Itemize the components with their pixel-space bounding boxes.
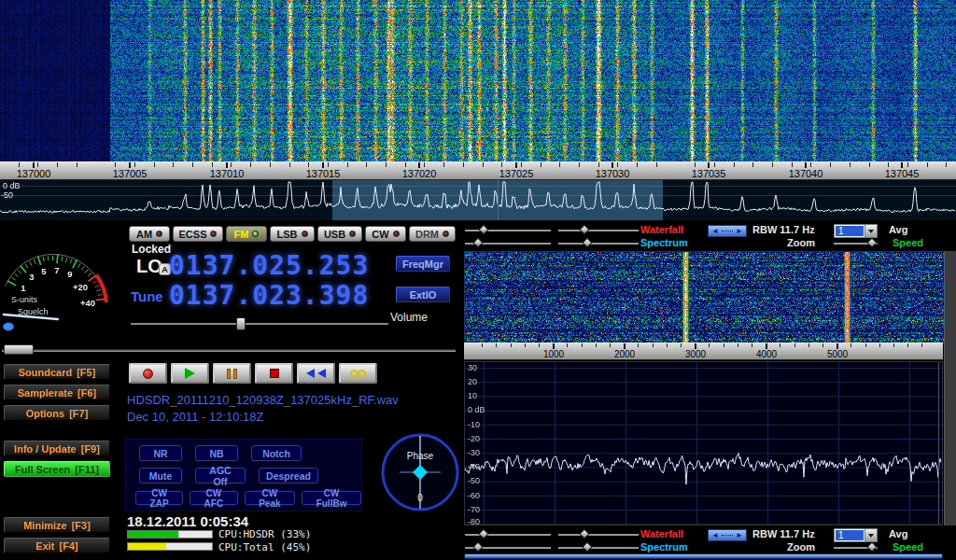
right-panel: Waterfall ◄► RBW 11.7 Hz 1 Avg Spectrum … — [462, 220, 956, 560]
db-label: 30 — [468, 363, 477, 372]
waterfall-label-2[interactable]: Waterfall — [640, 528, 683, 539]
wf-brightness-slider-2[interactable] — [465, 534, 551, 536]
avg-select-2[interactable]: 1 — [834, 528, 878, 542]
main-frequency-scale[interactable]: 137000 137005 137010 137015 137020 13702… — [0, 161, 956, 180]
wf-contrast-slider-2[interactable] — [558, 534, 639, 536]
info-update-button[interactable]: Info / Update[F9] — [4, 441, 110, 456]
spec-range-slider[interactable] — [465, 243, 551, 245]
samplerate-button[interactable]: Samplerate[F6] — [4, 385, 110, 400]
arrow-right-icon[interactable]: ► — [736, 530, 743, 540]
freq-label: 137010 — [204, 168, 250, 179]
avg-select[interactable]: 1 — [834, 224, 878, 238]
agc-button[interactable]: AGC Off — [195, 468, 246, 483]
s-meter: 1 3 5 7 9 +20 +40 S-units Squelch — [0, 222, 117, 342]
exit-button[interactable]: Exit[F4] — [4, 538, 110, 553]
mode-cw[interactable]: CW — [365, 226, 406, 242]
nr-button[interactable]: NR — [139, 445, 182, 461]
zoom-slider[interactable] — [834, 243, 878, 245]
spec-offset-slider-2[interactable] — [558, 547, 639, 549]
squelch-knob[interactable] — [3, 323, 14, 331]
volume-handle[interactable] — [236, 317, 246, 330]
arrow-left-icon[interactable]: ◄ — [711, 530, 719, 540]
extio-button[interactable]: ExtIO — [396, 287, 450, 302]
cw-peak-button[interactable]: CW Peak — [245, 491, 296, 505]
shift-arrows[interactable]: ◄► — [708, 225, 747, 237]
mode-drm[interactable]: DRM — [409, 226, 456, 242]
arrow-right-icon[interactable]: ► — [736, 226, 743, 236]
slider-handle[interactable] — [472, 237, 483, 247]
slider-handle[interactable] — [579, 528, 589, 539]
pan-scrollbar[interactable] — [464, 553, 943, 559]
spec-range-slider-2[interactable] — [465, 547, 551, 549]
loop-button[interactable] — [339, 363, 377, 384]
spec-offset-slider[interactable] — [558, 243, 639, 245]
lo-frequency-display[interactable]: 0137.025.253 — [169, 252, 369, 280]
freq-label: 4000 — [746, 349, 787, 359]
slider-handle[interactable] — [582, 541, 592, 552]
cpu-hdsdr-bar — [127, 530, 213, 539]
mode-lsb[interactable]: LSB — [270, 226, 315, 242]
meter-tick-label: 5 — [41, 266, 47, 276]
cw-afc-button[interactable]: CW AFC — [190, 491, 237, 505]
notch-button[interactable]: Notch — [251, 445, 302, 461]
play-button[interactable] — [171, 363, 209, 384]
pause-button[interactable] — [213, 363, 251, 384]
mode-fm[interactable]: FM — [226, 226, 267, 242]
band-position-slider[interactable] — [2, 348, 456, 352]
rewind-button[interactable] — [297, 363, 335, 384]
tune-frequency-display[interactable]: 0137.023.398 — [169, 282, 369, 310]
arrow-left-icon[interactable]: ◄ — [711, 226, 719, 236]
combo-arrow-icon[interactable] — [865, 529, 877, 541]
rf-frequency-scale[interactable]: 1000 2000 3000 4000 5000 — [464, 343, 943, 360]
slider-handle[interactable] — [478, 224, 488, 234]
band-position-handle[interactable] — [4, 344, 34, 355]
meter-ticks — [7, 254, 105, 300]
play-icon — [185, 368, 195, 379]
wf-contrast-slider[interactable] — [558, 230, 639, 231]
minimize-button[interactable]: Minimize[F3] — [4, 517, 110, 533]
main-waterfall-display[interactable] — [0, 0, 956, 161]
mode-ecss[interactable]: ECSS — [173, 226, 223, 242]
stop-button[interactable] — [255, 363, 293, 384]
fullscreen-button[interactable]: Full Screen[F11] — [4, 461, 110, 477]
slider-handle[interactable] — [582, 237, 592, 247]
shift-arrows-2[interactable]: ◄► — [708, 529, 747, 541]
spectrum-label[interactable]: Spectrum — [640, 237, 688, 248]
mode-usb[interactable]: USB — [317, 226, 362, 242]
main-spectrum-display[interactable]: 0 dB -50 — [0, 180, 956, 220]
slider-handle[interactable] — [866, 541, 877, 552]
zoom-label: Zoom — [787, 237, 815, 248]
options-button[interactable]: Options[F7] — [4, 405, 110, 421]
despread-button[interactable]: Despread — [259, 468, 318, 483]
freq-label: 137025 — [493, 168, 540, 179]
spectrum-label-2[interactable]: Spectrum — [640, 541, 688, 553]
slider-handle[interactable] — [579, 224, 589, 234]
db-label: -60 — [468, 491, 480, 500]
led-icon — [393, 231, 400, 237]
rf-spectrum-display[interactable]: 30 20 10 0 dB -10 -20 -30 -40 -50 -60 -7… — [464, 361, 943, 525]
mode-am[interactable]: AM — [129, 226, 170, 242]
mute-button[interactable]: Mute — [139, 468, 182, 483]
cw-zap-button[interactable]: CW ZAP — [135, 491, 183, 505]
rf-spectrum-canvas[interactable] — [465, 362, 942, 525]
wf-brightness-slider[interactable] — [465, 230, 551, 231]
freqmgr-button[interactable]: FreqMgr — [396, 256, 450, 272]
s-units-label: S-units — [11, 295, 38, 304]
waterfall-label[interactable]: Waterfall — [640, 224, 683, 235]
led-icon — [349, 231, 356, 237]
soundcard-button[interactable]: Soundcard[F5] — [4, 364, 110, 380]
rf-waterfall-display[interactable] — [464, 251, 945, 343]
volume-slider[interactable] — [131, 323, 388, 326]
combo-arrow-icon[interactable] — [865, 225, 877, 237]
record-button[interactable] — [129, 363, 167, 384]
db-label: 20 — [468, 377, 477, 386]
slider-handle[interactable] — [478, 528, 488, 539]
slider-handle[interactable] — [866, 237, 877, 247]
avg-label-2: Avg — [889, 528, 907, 539]
nb-button[interactable]: NB — [195, 445, 238, 461]
cw-fullbw-button[interactable]: CW FullBw — [302, 491, 361, 505]
volume-label: Volume — [390, 311, 428, 324]
main-spectrum-canvas[interactable] — [0, 180, 956, 220]
zoom-slider-2[interactable] — [834, 547, 878, 549]
slider-handle[interactable] — [472, 541, 483, 552]
